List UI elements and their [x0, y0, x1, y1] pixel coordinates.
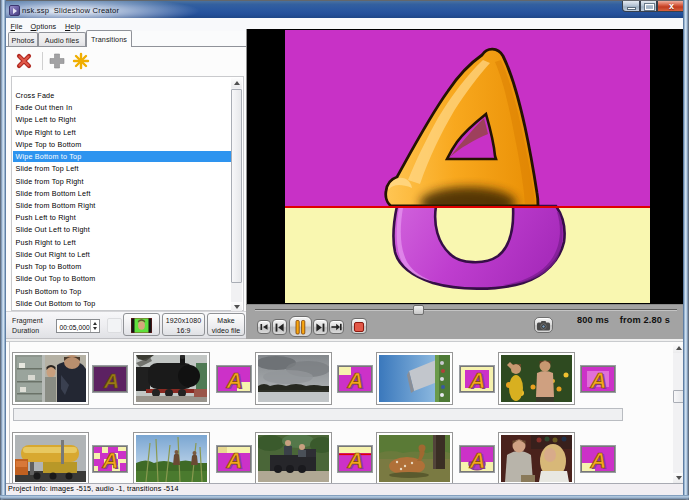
svg-text:A: A [103, 369, 119, 391]
